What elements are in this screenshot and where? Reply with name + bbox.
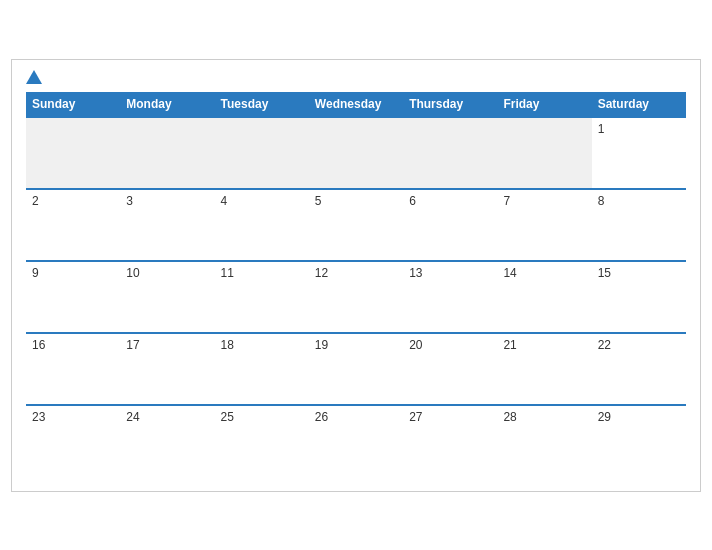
day-number: 15 xyxy=(598,266,611,280)
day-number: 19 xyxy=(315,338,328,352)
day-number: 25 xyxy=(221,410,234,424)
calendar-body: 1234567891011121314151617181920212223242… xyxy=(26,117,686,477)
calendar-day: 28 xyxy=(497,405,591,477)
calendar-day: 8 xyxy=(592,189,686,261)
weekday-row: SundayMondayTuesdayWednesdayThursdayFrid… xyxy=(26,92,686,117)
day-number: 21 xyxy=(503,338,516,352)
calendar-header xyxy=(26,70,686,84)
calendar-day: 7 xyxy=(497,189,591,261)
calendar-day: 10 xyxy=(120,261,214,333)
weekday-header-thursday: Thursday xyxy=(403,92,497,117)
day-number: 18 xyxy=(221,338,234,352)
day-number: 12 xyxy=(315,266,328,280)
calendar-day: 3 xyxy=(120,189,214,261)
day-number: 13 xyxy=(409,266,422,280)
day-number: 3 xyxy=(126,194,133,208)
day-number: 16 xyxy=(32,338,45,352)
calendar-day: 24 xyxy=(120,405,214,477)
calendar-day: 25 xyxy=(215,405,309,477)
weekday-header-sunday: Sunday xyxy=(26,92,120,117)
calendar-day: 13 xyxy=(403,261,497,333)
day-number: 10 xyxy=(126,266,139,280)
calendar-day: 21 xyxy=(497,333,591,405)
calendar-day xyxy=(215,117,309,189)
day-number: 20 xyxy=(409,338,422,352)
logo-triangle-icon xyxy=(26,70,42,84)
calendar-day: 12 xyxy=(309,261,403,333)
calendar-day xyxy=(497,117,591,189)
calendar-grid: SundayMondayTuesdayWednesdayThursdayFrid… xyxy=(26,92,686,477)
calendar-day: 20 xyxy=(403,333,497,405)
calendar-day: 14 xyxy=(497,261,591,333)
calendar-day: 1 xyxy=(592,117,686,189)
calendar-day: 29 xyxy=(592,405,686,477)
calendar-day: 17 xyxy=(120,333,214,405)
calendar-day: 19 xyxy=(309,333,403,405)
weekday-header-tuesday: Tuesday xyxy=(215,92,309,117)
calendar-day: 23 xyxy=(26,405,120,477)
week-row-4: 23242526272829 xyxy=(26,405,686,477)
day-number: 29 xyxy=(598,410,611,424)
day-number: 27 xyxy=(409,410,422,424)
week-row-2: 9101112131415 xyxy=(26,261,686,333)
logo xyxy=(26,70,44,84)
day-number: 4 xyxy=(221,194,228,208)
week-row-1: 2345678 xyxy=(26,189,686,261)
calendar-day: 27 xyxy=(403,405,497,477)
calendar-day xyxy=(309,117,403,189)
calendar-weekday-header: SundayMondayTuesdayWednesdayThursdayFrid… xyxy=(26,92,686,117)
day-number: 11 xyxy=(221,266,234,280)
day-number: 2 xyxy=(32,194,39,208)
day-number: 28 xyxy=(503,410,516,424)
logo-blue xyxy=(26,70,44,84)
calendar-day xyxy=(26,117,120,189)
day-number: 8 xyxy=(598,194,605,208)
calendar-day: 5 xyxy=(309,189,403,261)
calendar-day: 11 xyxy=(215,261,309,333)
week-row-3: 16171819202122 xyxy=(26,333,686,405)
day-number: 24 xyxy=(126,410,139,424)
day-number: 22 xyxy=(598,338,611,352)
calendar-day: 9 xyxy=(26,261,120,333)
calendar-day xyxy=(120,117,214,189)
weekday-header-wednesday: Wednesday xyxy=(309,92,403,117)
day-number: 26 xyxy=(315,410,328,424)
calendar-day: 4 xyxy=(215,189,309,261)
day-number: 1 xyxy=(598,122,605,136)
calendar-day: 26 xyxy=(309,405,403,477)
day-number: 9 xyxy=(32,266,39,280)
calendar-container: SundayMondayTuesdayWednesdayThursdayFrid… xyxy=(11,59,701,492)
weekday-header-friday: Friday xyxy=(497,92,591,117)
week-row-0: 1 xyxy=(26,117,686,189)
weekday-header-saturday: Saturday xyxy=(592,92,686,117)
weekday-header-monday: Monday xyxy=(120,92,214,117)
day-number: 7 xyxy=(503,194,510,208)
day-number: 6 xyxy=(409,194,416,208)
calendar-day xyxy=(403,117,497,189)
calendar-day: 22 xyxy=(592,333,686,405)
calendar-day: 15 xyxy=(592,261,686,333)
day-number: 14 xyxy=(503,266,516,280)
calendar-day: 18 xyxy=(215,333,309,405)
day-number: 5 xyxy=(315,194,322,208)
calendar-day: 16 xyxy=(26,333,120,405)
calendar-day: 2 xyxy=(26,189,120,261)
day-number: 17 xyxy=(126,338,139,352)
calendar-day: 6 xyxy=(403,189,497,261)
day-number: 23 xyxy=(32,410,45,424)
